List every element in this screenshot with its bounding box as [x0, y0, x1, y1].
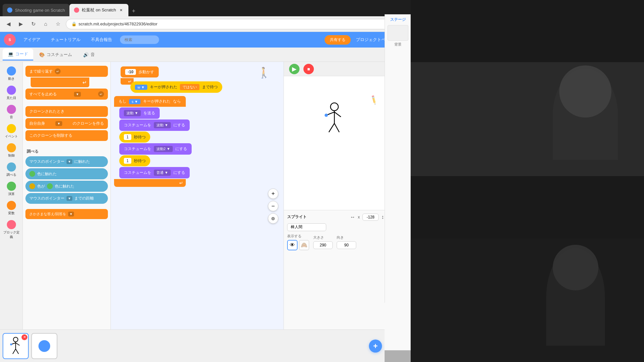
- category-myblocks[interactable]: ブロック定義: [1, 218, 22, 241]
- show-button[interactable]: 👁: [287, 240, 298, 250]
- tab-code[interactable]: 💻 コード: [3, 49, 33, 61]
- tab2-title: 松葉杖 on Scratch: [82, 7, 116, 13]
- costume1-block[interactable]: コスチュームを 波動 ▼ にする: [119, 119, 190, 131]
- x-arrow-icon: ↔: [350, 214, 355, 220]
- category-variables-label: 変数: [8, 211, 15, 216]
- tab-costumes-label: コスチューム: [47, 52, 72, 58]
- x-value[interactable]: -128: [362, 214, 379, 221]
- scratch-nav-tutorials[interactable]: チュートリアル: [48, 35, 83, 44]
- size-label: 大きさ: [313, 235, 333, 240]
- category-control[interactable]: 制御: [1, 141, 22, 160]
- new-tab-button[interactable]: +: [128, 6, 139, 16]
- looks-dot: [7, 86, 16, 95]
- forward-button[interactable]: ▶: [16, 21, 25, 27]
- sensing-section-title: 調べる: [27, 149, 108, 154]
- video-feed-top: [411, 62, 644, 176]
- scratch-logo[interactable]: S: [4, 34, 16, 46]
- move-block[interactable]: -10 歩動かす: [121, 66, 159, 77]
- tab1-title: Shooting game on Scratch: [15, 8, 65, 13]
- sprite-person: [323, 102, 346, 138]
- block-stop-all[interactable]: すべてを止める ▼ ↵: [25, 89, 108, 100]
- reload-button[interactable]: ↻: [29, 21, 38, 27]
- scratch-search-input[interactable]: [120, 35, 159, 44]
- home-button[interactable]: ⌂: [41, 21, 50, 27]
- costume3-block[interactable]: コスチュームを 普通 ▼ にする: [119, 167, 190, 178]
- add-sprite-button[interactable]: +: [369, 340, 382, 353]
- scratch-nav-ideas[interactable]: アイデア: [21, 35, 43, 44]
- address-input[interactable]: 🔒 scratch.mit.edu/projects/467822936/edi…: [66, 19, 407, 29]
- block-touching-mouse[interactable]: マウスのポインター ▼ に触れた: [25, 156, 108, 167]
- svg-point-7: [13, 337, 18, 342]
- share-button[interactable]: 共有する: [325, 35, 351, 45]
- stop-button[interactable]: ■: [303, 64, 314, 74]
- editor-tabs: 💻 コード 🎨 コスチューム 🔊 音: [0, 48, 411, 62]
- category-operators[interactable]: 演算: [1, 180, 22, 198]
- hide-button[interactable]: 🙈: [299, 240, 309, 250]
- svg-line-6: [334, 123, 339, 132]
- send-block[interactable]: 波動 ▼ を送る: [119, 107, 160, 119]
- category-sensing[interactable]: 調べる: [1, 160, 22, 179]
- category-sensing-label: 調べる: [7, 173, 16, 177]
- category-sound[interactable]: 音: [1, 103, 22, 121]
- category-sound-label: 音: [10, 115, 13, 119]
- size-section: 大きさ: [313, 235, 333, 249]
- category-looks[interactable]: 見た目: [1, 84, 22, 102]
- block-color-touch[interactable]: 色に触れた: [25, 168, 108, 179]
- costume3-badge: 普通 ▼: [154, 170, 171, 176]
- tab-shooting-game[interactable]: Shooting game on Scratch: [3, 4, 69, 16]
- tab-matsuba[interactable]: 松葉杖 on Scratch ✕: [69, 4, 128, 16]
- block-delete-clone[interactable]: このクローンを削除する: [25, 130, 108, 141]
- stage-mini-panel: ステージ 背景: [385, 14, 411, 303]
- category-looks-label: 見た目: [7, 96, 16, 100]
- tab-sounds[interactable]: 🔊 音: [78, 49, 100, 60]
- bookmark-button[interactable]: ☆: [53, 21, 63, 27]
- stage-bg-thumb: [388, 25, 408, 41]
- category-variables[interactable]: 変数: [1, 199, 22, 217]
- if-block-footer: ↵: [114, 179, 186, 187]
- block-distance-to[interactable]: マウスのポインター ▼ までの距離: [25, 193, 108, 204]
- block-stop-arrow: ↵: [98, 91, 104, 97]
- tab2-favicon: [74, 7, 79, 13]
- pencil-icon: ✏️: [369, 94, 380, 105]
- variables-dot: [7, 201, 16, 210]
- video-panel: [411, 0, 644, 362]
- sound-dot: [7, 105, 16, 114]
- stage-panel: ▶ ■: [284, 62, 411, 350]
- tab-code-label: コード: [15, 51, 28, 57]
- motion-dot: [7, 66, 16, 76]
- sprite-name-input[interactable]: [287, 223, 326, 231]
- sprite-thumb-1[interactable]: ✕: [3, 333, 29, 359]
- tab2-close[interactable]: ✕: [119, 7, 124, 13]
- if-block-header[interactable]: もし s ▼ キーが押された なら: [114, 96, 186, 107]
- not-badge: ではない: [180, 84, 199, 90]
- block-color-color[interactable]: 色が 色に触れた: [25, 181, 108, 192]
- sprite-thumb-2[interactable]: [31, 333, 57, 359]
- wait1-block[interactable]: 1 秒待つ: [119, 132, 150, 143]
- wait-key-block[interactable]: w ▼ キーが押された ではない まで待つ: [130, 81, 222, 93]
- block-create-clone[interactable]: 自分自身 ▼ のクローンを作る: [25, 118, 108, 129]
- key-w-badge: w ▼: [135, 85, 147, 90]
- block-cloned[interactable]: クローンされたとき: [25, 106, 108, 117]
- size-input[interactable]: [313, 241, 333, 249]
- green-flag-button[interactable]: ▶: [289, 64, 300, 74]
- category-events[interactable]: イベント: [1, 122, 22, 141]
- tab-costumes[interactable]: 🎨 コスチューム: [34, 49, 77, 60]
- zoom-in-button[interactable]: +: [268, 188, 278, 199]
- svg-point-0: [330, 103, 338, 111]
- back-button[interactable]: ◀: [4, 21, 13, 27]
- visibility-buttons: 👁 🙈: [287, 240, 309, 250]
- block-bottom[interactable]: さかさまな答え/回答を ▼: [25, 209, 108, 219]
- category-motion-label: 動き: [8, 77, 15, 81]
- direction-input[interactable]: [337, 241, 356, 249]
- zoom-out-button[interactable]: −: [268, 201, 278, 211]
- blocks-panel: まで繰り返す ↵ ↵ すべてを止める ▼ ↵ クロー: [23, 62, 111, 350]
- costume1-badge: 波動 ▼: [154, 122, 171, 128]
- sprite1-delete[interactable]: ✕: [22, 334, 27, 340]
- scratch-nav-bugs[interactable]: 不具合報告: [88, 35, 115, 44]
- category-motion[interactable]: 動き: [1, 64, 22, 83]
- zoom-reset-button[interactable]: ⊜: [268, 213, 278, 224]
- block-repeat-until[interactable]: まで繰り返す ↵: [25, 66, 108, 77]
- costume2-block[interactable]: コスチュームを 波動2 ▼ にする: [119, 143, 192, 155]
- stage-tab-label[interactable]: ステージ: [388, 17, 408, 22]
- wait2-block[interactable]: 1 秒待つ: [119, 155, 150, 166]
